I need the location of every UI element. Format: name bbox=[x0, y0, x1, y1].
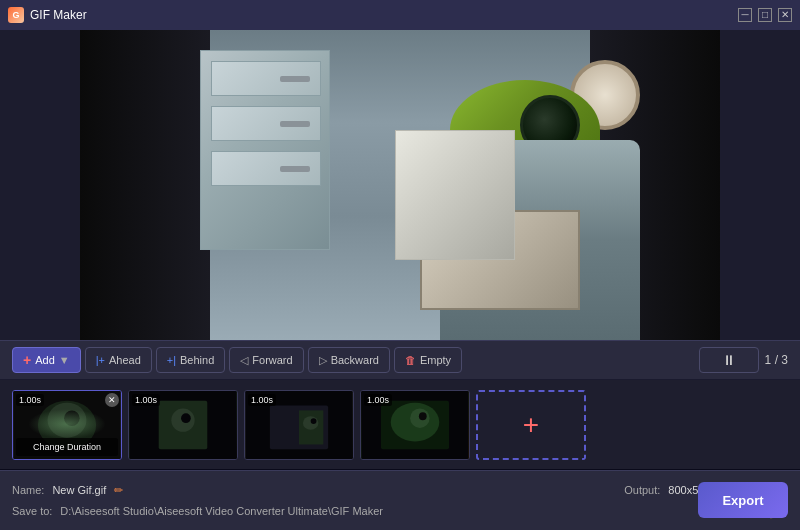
titlebar-left: G GIF Maker bbox=[8, 7, 87, 23]
bottom-row-2: Save to: D:\Aiseesoft Studio\Aiseesoft V… bbox=[12, 504, 788, 519]
bottom-bar: Name: New Gif.gif ✏ Output: 800x500;12fp… bbox=[0, 470, 800, 530]
film-thumb-4[interactable]: 1.00s bbox=[360, 390, 470, 460]
output-label: Output: bbox=[624, 484, 660, 496]
thumb-duration-1: 1.00s bbox=[16, 394, 44, 406]
page-separator: / bbox=[775, 353, 778, 367]
film-thumb-3[interactable]: 1.00s bbox=[244, 390, 354, 460]
svg-point-3 bbox=[64, 410, 80, 426]
figure bbox=[390, 80, 690, 340]
empty-button[interactable]: 🗑 Empty bbox=[394, 347, 462, 373]
dropdown-arrow-icon: ▼ bbox=[59, 354, 70, 366]
pause-button[interactable]: ⏸ bbox=[699, 347, 759, 373]
left-panel bbox=[80, 30, 210, 340]
plus-icon: + bbox=[23, 352, 31, 368]
forward-icon: ◁ bbox=[240, 354, 248, 367]
name-value: New Gif.gif bbox=[52, 484, 106, 496]
film-thumb-1[interactable]: 1.00s ✕ Change Duration bbox=[12, 390, 122, 460]
toolbar: + Add ▼ |+ Ahead +| Behind ◁ Forward ▷ B… bbox=[0, 340, 800, 380]
white-cube bbox=[395, 130, 515, 260]
titlebar: G GIF Maker ─ □ ✕ bbox=[0, 0, 800, 30]
ahead-button[interactable]: |+ Ahead bbox=[85, 347, 152, 373]
add-frame-placeholder[interactable]: + bbox=[476, 390, 586, 460]
svg-point-2 bbox=[48, 402, 87, 437]
name-label: Name: bbox=[12, 484, 44, 496]
filmstrip: 1.00s ✕ Change Duration 1.00s 1.00s bbox=[0, 380, 800, 470]
save-label: Save to: bbox=[12, 505, 52, 517]
svg-point-11 bbox=[303, 416, 319, 430]
preview-image bbox=[80, 30, 720, 340]
thumb-close-1[interactable]: ✕ bbox=[105, 393, 119, 407]
pagination: ⏸ 1 / 3 bbox=[699, 347, 788, 373]
add-frame-icon: + bbox=[523, 411, 539, 439]
cabinet bbox=[200, 50, 330, 250]
page-total: 3 bbox=[781, 353, 788, 367]
behind-label: Behind bbox=[180, 354, 214, 366]
minimize-button[interactable]: ─ bbox=[738, 8, 752, 22]
app-icon: G bbox=[8, 7, 24, 23]
thumb-duration-4: 1.00s bbox=[364, 394, 392, 406]
backward-button[interactable]: ▷ Backward bbox=[308, 347, 390, 373]
svg-point-7 bbox=[181, 413, 191, 423]
drawer-3 bbox=[211, 151, 321, 186]
preview-area bbox=[0, 30, 800, 340]
empty-label: Empty bbox=[420, 354, 451, 366]
behind-button[interactable]: +| Behind bbox=[156, 347, 226, 373]
edit-icon[interactable]: ✏ bbox=[114, 484, 123, 497]
drawer-1 bbox=[211, 61, 321, 96]
backward-label: Backward bbox=[331, 354, 379, 366]
change-duration-button[interactable]: Change Duration bbox=[16, 438, 118, 456]
export-button[interactable]: Export bbox=[698, 482, 788, 518]
add-label: Add bbox=[35, 354, 55, 366]
film-thumb-2[interactable]: 1.00s bbox=[128, 390, 238, 460]
drawer-2 bbox=[211, 106, 321, 141]
maximize-button[interactable]: □ bbox=[758, 8, 772, 22]
forward-label: Forward bbox=[252, 354, 292, 366]
forward-button[interactable]: ◁ Forward bbox=[229, 347, 303, 373]
app-title: GIF Maker bbox=[30, 8, 87, 22]
ahead-icon: |+ bbox=[96, 354, 105, 366]
svg-point-12 bbox=[311, 418, 317, 424]
close-button[interactable]: ✕ bbox=[778, 8, 792, 22]
window-controls: ─ □ ✕ bbox=[738, 8, 792, 22]
backward-icon: ▷ bbox=[319, 354, 327, 367]
trash-icon: 🗑 bbox=[405, 354, 416, 366]
ahead-label: Ahead bbox=[109, 354, 141, 366]
thumb-duration-2: 1.00s bbox=[132, 394, 160, 406]
page-count: 1 / 3 bbox=[765, 353, 788, 367]
svg-point-17 bbox=[419, 412, 427, 420]
thumb-duration-3: 1.00s bbox=[248, 394, 276, 406]
behind-icon: +| bbox=[167, 354, 176, 366]
add-button[interactable]: + Add ▼ bbox=[12, 347, 81, 373]
page-current: 1 bbox=[765, 353, 772, 367]
bottom-section: Name: New Gif.gif ✏ Output: 800x500;12fp… bbox=[0, 470, 800, 530]
save-path: D:\Aiseesoft Studio\Aiseesoft Video Conv… bbox=[60, 505, 726, 517]
scene bbox=[80, 30, 720, 340]
bottom-row-1: Name: New Gif.gif ✏ Output: 800x500;12fp… bbox=[12, 483, 788, 498]
